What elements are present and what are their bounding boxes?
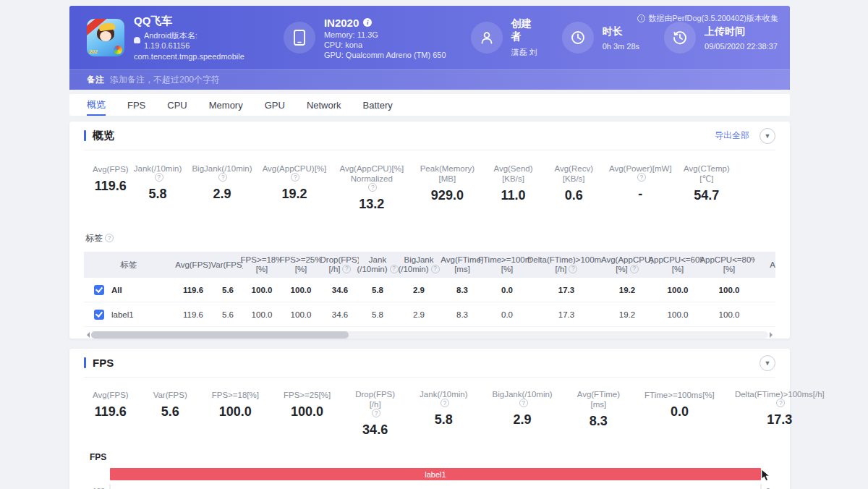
header-line: Var(FPS) xyxy=(210,260,244,270)
header-line: (/10min)? xyxy=(398,265,439,274)
row-checkbox[interactable] xyxy=(94,285,104,295)
tab-Memory[interactable]: Memory xyxy=(209,94,243,116)
stat-label: Drop(FPS)[/h]? xyxy=(355,389,395,418)
scroll-right-arrow[interactable] xyxy=(770,332,775,338)
header-line: Avg xyxy=(770,260,775,270)
stat-value: 5.8 xyxy=(129,187,187,202)
android-icon xyxy=(134,37,140,43)
device-info-icon[interactable]: i xyxy=(363,18,372,27)
export-all-link[interactable]: 导出全部 xyxy=(715,129,749,142)
stat: Avg(Power)[mW]?- xyxy=(604,163,677,212)
help-icon[interactable]: ? xyxy=(390,265,399,273)
section-tabs: 概览FPSCPUMemoryGPUNetworkBattery xyxy=(69,94,790,116)
overview-card: 概览 导出全部 ▼ Avg(FPS)119.6Jank(/10min)?5.8B… xyxy=(69,122,790,339)
stat-value: 19.2 xyxy=(258,187,332,202)
help-icon[interactable]: ? xyxy=(368,183,377,192)
stat-label: FTime>=100ms[%] xyxy=(644,389,715,400)
header-line: [%] xyxy=(723,265,736,274)
help-icon[interactable]: ? xyxy=(155,173,163,182)
scrollbar-thumb[interactable] xyxy=(91,331,349,339)
remark-bar: 备注 添加备注，不超过200个字符 xyxy=(69,69,790,90)
stat-label: Jank(/10min)? xyxy=(420,389,467,408)
person-icon xyxy=(471,22,503,54)
help-icon[interactable]: ? xyxy=(431,265,440,273)
collapse-overview-button[interactable]: ▼ xyxy=(760,128,775,144)
stat-value: 5.6 xyxy=(153,404,187,420)
stat-value: 929.0 xyxy=(412,188,482,203)
stat-value: 17.3 xyxy=(739,412,820,428)
scroll-left-arrow[interactable] xyxy=(84,332,90,338)
tab-Network[interactable]: Network xyxy=(307,94,341,116)
labels-title: 标签 ? xyxy=(85,232,775,244)
help-icon[interactable]: ? xyxy=(342,265,351,273)
table-header-row: 标签Avg(FPS)Var(FPS)FPS>=18%[%]FPS>=25%[%]… xyxy=(84,252,775,278)
collapse-fps-button[interactable]: ▼ xyxy=(760,355,775,371)
header-line: [%] xyxy=(501,265,514,274)
creator-block: 创建者 潇磊 刘 xyxy=(471,17,537,58)
scrollbar-track[interactable] xyxy=(91,331,768,339)
tab-Battery[interactable]: Battery xyxy=(363,94,393,116)
table-cell: 2.9 xyxy=(396,278,441,302)
tab-概览[interactable]: 概览 xyxy=(87,94,106,116)
header-line: FPS>=25% xyxy=(280,255,323,265)
table-cell: 0.0 xyxy=(483,278,531,302)
device-gpu: GPU: Qualcomm Adreno (TM) 650 xyxy=(324,51,446,59)
table-row: label1119.65.6100.0100.034.65.82.98.30.0… xyxy=(84,302,775,327)
stat-value: 100.0 xyxy=(212,404,259,420)
stat-label: Var(FPS) xyxy=(153,389,187,400)
creator-label: 创建者 xyxy=(511,17,537,43)
stat: Avg(Send)[KB/s]11.0 xyxy=(482,163,543,212)
help-icon[interactable]: ? xyxy=(637,173,646,182)
help-icon[interactable]: ? xyxy=(776,399,785,407)
help-icon[interactable]: ? xyxy=(519,399,528,407)
duration-block: 时长 0h 3m 28s xyxy=(562,22,639,54)
stat-label: Avg(Recv)[KB/s] xyxy=(544,163,604,184)
header-line: Avg(AppCPU) xyxy=(601,255,653,265)
help-icon[interactable]: ? xyxy=(441,399,449,407)
help-icon[interactable]: ? xyxy=(218,173,227,182)
stat-label: Jank(/10min)? xyxy=(129,163,187,182)
tab-GPU[interactable]: GPU xyxy=(265,94,285,116)
header-line: Avg(FPS) xyxy=(175,260,211,270)
table-cell: 0.0 xyxy=(483,302,531,327)
stat: Peak(Memory)[MB]929.0 xyxy=(412,163,482,212)
stat: Avg(AppCPU)[%]?19.2 xyxy=(258,163,332,212)
app-icon: 202 xyxy=(87,19,124,56)
help-icon[interactable]: ? xyxy=(630,265,639,273)
tab-CPU[interactable]: CPU xyxy=(167,94,187,116)
help-icon[interactable]: ? xyxy=(569,265,577,273)
creator-name: 潇磊 刘 xyxy=(511,47,537,58)
remark-input[interactable]: 添加备注，不超过200个字符 xyxy=(110,74,220,86)
stat-value: 0.0 xyxy=(644,404,715,420)
clock-icon xyxy=(562,22,594,54)
row-label-cell: All xyxy=(84,278,174,302)
stat: BigJank(/10min)?2.9 xyxy=(187,163,257,212)
header-line: Delta(FTime)>100ms xyxy=(527,255,605,265)
table-cell: 119.6 xyxy=(174,278,213,302)
table-cell: 100.0 xyxy=(281,278,321,302)
device-memory: Memory: 11.3G xyxy=(324,30,446,39)
help-icon[interactable]: ? xyxy=(372,409,380,417)
stat-label: FPS>=25[%] xyxy=(284,389,331,400)
help-icon[interactable]: ? xyxy=(105,234,114,242)
app-package: com.tencent.tmgp.speedmobile xyxy=(134,52,244,61)
device-model: IN2020 xyxy=(324,17,359,29)
tab-FPS[interactable]: FPS xyxy=(127,94,145,116)
row-checkbox[interactable] xyxy=(94,310,104,320)
column-header-label: 标签 xyxy=(84,252,174,278)
stat-label: BigJank(/10min)? xyxy=(187,163,257,182)
remark-label: 备注 xyxy=(87,74,104,86)
column-header: Avg(FTime)[ms] xyxy=(441,252,483,278)
table-cell: 5.6 xyxy=(213,302,243,327)
header-line: Jank xyxy=(369,255,386,265)
header-line: (/10min)? xyxy=(357,265,398,274)
table-cell: 19.2 xyxy=(602,278,652,302)
header-line: AppCPU<=60% xyxy=(648,255,707,265)
header-line: [%]? xyxy=(616,265,639,274)
header-line: [/h]? xyxy=(329,265,352,274)
header-line: FPS>=18% xyxy=(241,255,284,265)
app-name: QQ飞车 xyxy=(134,14,244,28)
stat: FTime>=100ms[%]0.0 xyxy=(644,389,715,438)
help-icon[interactable]: ? xyxy=(291,173,299,182)
stat-label: Avg(Power)[mW]? xyxy=(604,163,677,182)
